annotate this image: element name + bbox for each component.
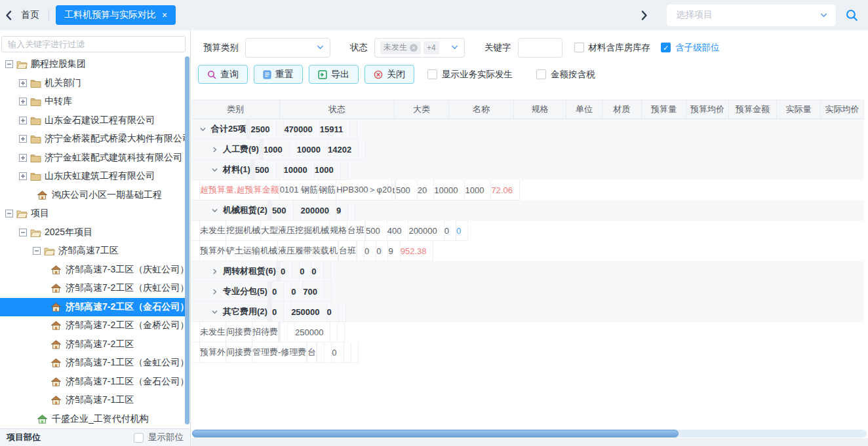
column-header[interactable]: 材质 [602, 100, 642, 119]
tree-expander-plus-icon[interactable] [19, 172, 27, 180]
table-group-row[interactable]: 其它费用(2)02500000 [191, 302, 864, 322]
column-header[interactable]: 预算均价 [686, 100, 729, 119]
tree-expander-plus-icon[interactable] [19, 135, 27, 143]
column-header[interactable]: 实际量 [777, 100, 821, 119]
export-button[interactable]: 导出 [309, 65, 359, 84]
query-button[interactable]: 查询 [198, 65, 248, 84]
column-header[interactable]: 预算金额 [729, 100, 777, 119]
chevron-right-icon[interactable] [211, 288, 218, 295]
tree-expander-plus-icon[interactable] [19, 98, 27, 105]
tree-node[interactable]: 2025年项目 [0, 223, 186, 242]
chevron-right-icon[interactable] [211, 268, 218, 275]
budget-category-select[interactable] [245, 38, 330, 58]
chevron-right-icon[interactable] [211, 146, 218, 153]
tree-expander-minus-icon[interactable] [5, 210, 13, 217]
table-group-row[interactable]: 周转材租赁(6)000 [191, 261, 864, 282]
tree-node[interactable]: 济邹高速7-2工区（金桥公司） [0, 316, 186, 335]
column-header[interactable]: 规格 [514, 100, 566, 119]
chevron-down-icon[interactable] [199, 126, 207, 133]
tree-node[interactable]: 济邹高速7-1工区 [0, 391, 186, 410]
tree-node[interactable]: 济邹高速7工区 [0, 242, 186, 261]
chevron-down-icon[interactable] [211, 166, 218, 174]
chevron-down-icon[interactable] [211, 207, 218, 214]
tree-node-label: 千盛企业_工资代付机构 [52, 413, 149, 425]
group-label: 材料(1) [223, 164, 250, 176]
material-stock-checkbox[interactable]: 材料含库房库存 [574, 42, 651, 54]
close-circle-icon [374, 70, 383, 79]
tree-node[interactable]: 机关部门 [0, 74, 186, 93]
table-group-row[interactable]: 机械租赁(2)5002000009 [191, 200, 864, 221]
tag-remove-icon[interactable]: × [410, 44, 418, 52]
tree-expander-plus-icon[interactable] [19, 117, 27, 124]
tree-node[interactable]: 中转库 [0, 92, 186, 111]
sidebar-scrollbar-thumb[interactable] [185, 56, 189, 424]
table-row[interactable]: 超预算量,超预算金额0101 钢筋钢筋HPB300＞φ20t5002010000… [191, 180, 864, 200]
tree-node[interactable]: 济宁金桥装配式桥梁大构件有限公司 [0, 130, 186, 149]
checkbox-icon[interactable] [536, 69, 546, 79]
show-parts-checkbox[interactable]: 显示部位 [134, 432, 184, 443]
child-parts-checkbox[interactable]: ✓ 含子级部位 [661, 42, 720, 54]
tree-node[interactable]: 山东金石建设工程有限公司 [0, 111, 186, 130]
tree-node[interactable]: 千盛企业_工资代付机构 [0, 410, 186, 428]
search-icon[interactable] [845, 9, 859, 22]
status-select[interactable]: 未发生×+4 [374, 38, 465, 58]
checkbox-icon[interactable] [574, 43, 584, 52]
sidebar-scrollbar[interactable] [185, 56, 189, 424]
column-header[interactable]: 预算量 [642, 100, 686, 119]
table-row[interactable]: 预算外铲土运输机械液压履带装载机台班009952.38 [191, 241, 864, 261]
project-select[interactable]: 选择项目 [667, 5, 836, 26]
tree-node[interactable]: 项目 [0, 204, 186, 223]
back-chevron-icon[interactable] [0, 5, 17, 25]
table-group-row[interactable]: 材料(1)500100001000 [191, 160, 864, 180]
column-header[interactable]: 大类 [395, 100, 449, 119]
tree-node[interactable]: 济邹高速7-1工区（金虹公司） [0, 354, 186, 373]
table-row[interactable]: 预算外间接费管理费-修理费台0 [191, 343, 864, 363]
tab-active[interactable]: 工料机预算与实际对比 × [56, 5, 176, 25]
tree-expander-minus-icon[interactable] [33, 247, 41, 255]
tab-home[interactable]: 首页 [17, 9, 49, 21]
show-actual-checkbox[interactable]: 显示业务实际发生 [427, 69, 513, 81]
cell-unit: 台班 [339, 241, 357, 261]
tree-node[interactable]: 济邹高速7-3工区（庆虹公司） [0, 261, 186, 280]
cell-name: 液压履带装载机 [278, 241, 338, 261]
table-row[interactable]: 未发生挖掘机械大型液压挖掘机械规格台班50040020000000 [191, 221, 864, 241]
amount-tax-checkbox[interactable]: 金额按含税 [536, 69, 595, 81]
tree-node[interactable]: 鹏程控股集团 [0, 55, 186, 74]
forward-chevron-icon[interactable] [635, 5, 652, 25]
column-header[interactable]: 类别 [191, 100, 280, 119]
table-row[interactable]: 未发生间接费招待费250000 [191, 322, 864, 343]
checkbox-icon[interactable] [427, 69, 437, 79]
tree-node[interactable]: 济邹高速7-2工区（庆虹公司） [0, 279, 186, 298]
checkbox-icon[interactable] [134, 433, 144, 443]
column-header[interactable]: 状态 [280, 100, 395, 119]
tree-node[interactable]: 济邹高速7-2工区 [0, 335, 186, 354]
column-header[interactable]: 实际均价 [821, 100, 864, 119]
tree-expander-minus-icon[interactable] [19, 229, 27, 236]
table-group-row[interactable]: 专业分包(5)00700 [191, 282, 864, 302]
table-group-row[interactable]: 合计25项250047000015911 [191, 119, 864, 139]
tree-expander-plus-icon[interactable] [19, 154, 27, 162]
horizontal-scrollbar[interactable] [192, 430, 867, 437]
table-group-row[interactable]: 人工费(9)10001000014202 [191, 139, 864, 160]
tree-expander-plus-icon[interactable] [19, 79, 27, 87]
tree-node[interactable]: 鸿庆公司小区一期基础工程 [0, 186, 186, 205]
tree-expander-minus-icon[interactable] [5, 60, 13, 68]
tree-node[interactable]: 济邹高速7-1工区（金石公司） [0, 373, 186, 392]
column-header[interactable]: 名称 [449, 100, 514, 119]
cell-actual_price[interactable]: 0 [456, 221, 468, 241]
reset-button[interactable]: 重置 [254, 65, 303, 84]
tree-node[interactable]: 济宁金虹装配式建筑科技有限公司 [0, 149, 186, 168]
tree-node-label: 济宁金桥装配式桥梁大构件有限公司 [45, 133, 186, 145]
tab-close-icon[interactable]: × [162, 10, 167, 20]
checkbox-checked-icon[interactable]: ✓ [661, 43, 671, 52]
chevron-down-icon[interactable] [211, 308, 218, 316]
tree-node[interactable]: 山东庆虹建筑工程有限公司 [0, 167, 186, 186]
tree-node[interactable]: 济邹高速7-2工区（金石公司） [0, 298, 186, 317]
tree-filter-input[interactable] [1, 36, 186, 52]
keyword-input[interactable] [518, 38, 562, 58]
column-header[interactable]: 单位 [566, 100, 602, 119]
cell-actual_qty: 15911 [320, 119, 350, 139]
close-button[interactable]: 关闭 [365, 65, 414, 84]
horizontal-scrollbar-thumb[interactable] [192, 430, 679, 437]
cell-actual_price [324, 261, 331, 282]
